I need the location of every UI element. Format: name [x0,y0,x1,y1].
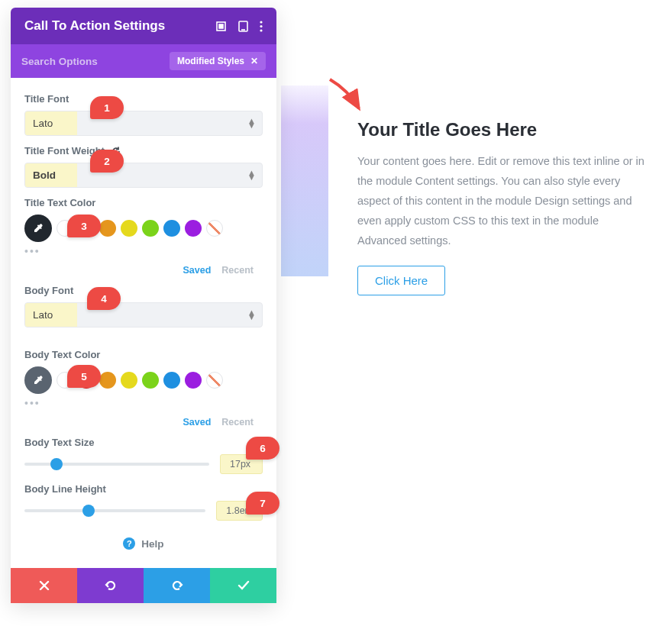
panel-body: Title Font Lato ▲▼ Title Font Weight Bol… [11,78,276,568]
color-swatch[interactable] [99,372,116,389]
color-swatch[interactable] [99,220,116,237]
filter-chip[interactable]: Modified Styles ✕ [170,52,266,70]
body-font-select[interactable]: Lato ▲▼ [24,302,263,328]
annotation-callout: 7 [246,492,279,515]
title-font-weight-select[interactable]: Bold ▲▼ [24,163,263,188]
title-color-swatches [24,215,263,242]
more-dots-icon[interactable]: ••• [24,245,263,257]
settings-panel: Call To Action Settings Search Options M… [11,8,276,603]
eyedropper-button[interactable] [24,215,52,242]
field-label: Body Line Height [24,483,263,495]
filter-chip-label: Modified Styles [177,56,244,66]
more-dots-icon[interactable]: ••• [24,397,263,409]
preview-body[interactable]: Your content goes here. Edit or remove t… [357,151,648,250]
select-value: Lato [33,118,53,129]
panel-header: Call To Action Settings [11,8,276,44]
cancel-button[interactable] [11,568,77,603]
annotation-callout: 1 [90,96,124,119]
color-swatch-none[interactable] [206,372,223,389]
eyedropper-button[interactable] [24,366,52,394]
field-label: Body Font [24,285,263,296]
color-swatch[interactable] [185,372,202,389]
body-text-size-slider: 17px [24,454,263,474]
field-label: Title Font Weight [24,145,263,156]
slider-track[interactable] [24,509,205,512]
preview-title[interactable]: Your Title Goes Here [357,119,648,140]
recent-tab[interactable]: Recent [221,265,254,276]
slider-track[interactable] [24,463,209,466]
help-icon: ? [123,537,135,550]
color-swatch[interactable] [121,372,137,389]
responsive-icon[interactable] [237,21,249,32]
field-label: Body Text Size [24,437,263,448]
save-button[interactable] [210,568,276,603]
color-tabs: Saved Recent [24,417,263,428]
color-swatch[interactable] [163,372,180,389]
field-label: Title Text Color [24,197,263,208]
saved-tab[interactable]: Saved [183,417,211,428]
preview-cta-button[interactable]: Click Here [357,266,445,295]
annotation-callout: 3 [67,215,101,237]
color-swatch-none[interactable] [206,220,223,237]
svg-rect-1 [219,24,223,28]
color-swatch[interactable] [163,220,180,237]
slider-thumb[interactable] [50,458,63,470]
select-value: Bold [33,169,56,181]
field-label: Body Text Color [24,349,263,360]
body-line-height-slider: 1.8em [24,501,263,521]
color-tabs: Saved Recent [24,265,263,276]
color-swatch[interactable] [142,220,159,237]
svg-point-5 [260,24,262,27]
help-label: Help [141,538,163,550]
redo-button[interactable] [144,568,210,603]
slider-thumb[interactable] [82,505,95,517]
color-swatch[interactable] [121,220,137,237]
panel-footer [11,568,276,603]
body-color-swatches [24,366,263,394]
recent-tab[interactable]: Recent [221,417,254,428]
header-actions [215,21,263,32]
panel-title: Call To Action Settings [24,18,165,34]
search-options[interactable]: Search Options [21,56,98,67]
title-font-select[interactable]: Lato ▲▼ [24,111,263,136]
preview-gradient-strip [281,86,328,276]
panel-subbar: Search Options Modified Styles ✕ [11,44,276,78]
chevron-updown-icon: ▲▼ [247,119,254,127]
annotation-callout: 5 [67,365,101,388]
select-value: Lato [33,309,53,321]
close-icon[interactable]: ✕ [250,56,258,66]
field-label: Title Font [24,93,263,105]
annotation-callout: 4 [87,287,121,310]
preview-area: Your Title Goes Here Your content goes h… [357,119,648,295]
undo-button[interactable] [77,568,144,603]
expand-icon[interactable] [215,21,227,32]
svg-point-6 [260,29,262,31]
help-row[interactable]: ? Help [24,537,263,550]
color-swatch[interactable] [142,372,159,389]
color-swatch[interactable] [185,220,202,237]
annotation-callout: 2 [90,150,124,173]
chevron-updown-icon: ▲▼ [247,311,254,319]
annotation-callout: 6 [246,437,279,460]
annotation-arrow [325,75,371,121]
more-icon[interactable] [260,21,263,32]
svg-point-4 [260,21,262,23]
saved-tab[interactable]: Saved [183,265,211,276]
chevron-updown-icon: ▲▼ [247,171,254,179]
